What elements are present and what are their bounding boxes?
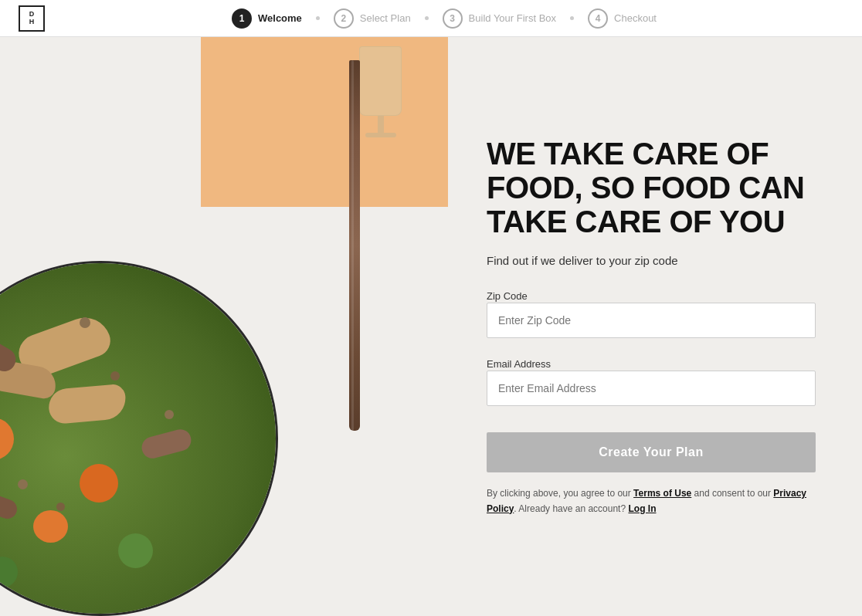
step-3-circle: 3 — [443, 8, 463, 29]
step-dot-3 — [570, 16, 574, 20]
logo[interactable]: D H — [19, 5, 45, 32]
terms-text: By clicking above, you agree to our Term… — [487, 486, 816, 516]
food-orange-2 — [80, 464, 118, 503]
salad — [0, 263, 276, 614]
step-3-label: Build Your First Box — [469, 12, 556, 24]
food-blob-3 — [47, 384, 127, 425]
step-4-label: Checkout — [614, 12, 657, 24]
knife-image — [346, 60, 363, 616]
food-mushroom-3 — [0, 487, 19, 521]
step-dot-2 — [425, 16, 429, 20]
login-link[interactable]: Log In — [628, 503, 656, 514]
zip-label: Zip Code — [487, 290, 528, 302]
step-1-circle: 1 — [232, 8, 252, 29]
food-seed-5 — [165, 410, 174, 419]
food-seed-2 — [110, 371, 120, 381]
step-4[interactable]: 4 Checkout — [588, 8, 657, 29]
zip-form-group: Zip Code — [487, 289, 816, 354]
create-plan-button[interactable]: Create Your Plan — [487, 432, 816, 472]
step-dot-1 — [316, 16, 320, 20]
food-green-2 — [118, 533, 153, 568]
food-green-3 — [0, 557, 18, 587]
main-content: WE TAKE CARE OF FOOD, SO FOOD CAN TAKE C… — [0, 37, 862, 616]
hero-headline: WE TAKE CARE OF FOOD, SO FOOD CAN TAKE C… — [487, 137, 816, 239]
food-mushroom-2 — [139, 427, 193, 461]
plate-area — [0, 199, 340, 616]
food-seed-4 — [56, 503, 65, 511]
food-seed-3 — [18, 479, 28, 489]
step-1[interactable]: 1 Welcome — [232, 8, 302, 29]
email-form-group: Email Address — [487, 357, 816, 421]
step-1-label: Welcome — [258, 12, 302, 24]
steps-nav: 1 Welcome 2 Select Plan 3 Build Your Fir… — [45, 8, 843, 29]
food-seed-1 — [80, 317, 90, 328]
step-3[interactable]: 3 Build Your First Box — [443, 8, 556, 29]
food-orange-1 — [0, 418, 14, 460]
hero-subheadline: Find out if we deliver to your zip code — [487, 254, 816, 267]
logo-text: D H — [29, 11, 35, 26]
knife-blade — [349, 60, 360, 431]
email-input[interactable] — [487, 371, 816, 406]
terms-of-use-link[interactable]: Terms of Use — [633, 488, 691, 499]
step-4-circle: 4 — [588, 8, 608, 29]
left-panel — [0, 37, 448, 616]
email-label: Email Address — [487, 358, 551, 370]
step-2-label: Select Plan — [360, 12, 411, 24]
right-panel: WE TAKE CARE OF FOOD, SO FOOD CAN TAKE C… — [448, 37, 862, 616]
step-2-circle: 2 — [334, 8, 354, 29]
zip-input[interactable] — [487, 303, 816, 338]
food-orange-3 — [33, 510, 68, 543]
header: D H 1 Welcome 2 Select Plan 3 Build Your… — [0, 0, 862, 37]
step-2[interactable]: 2 Select Plan — [334, 8, 411, 29]
plate — [0, 261, 278, 616]
